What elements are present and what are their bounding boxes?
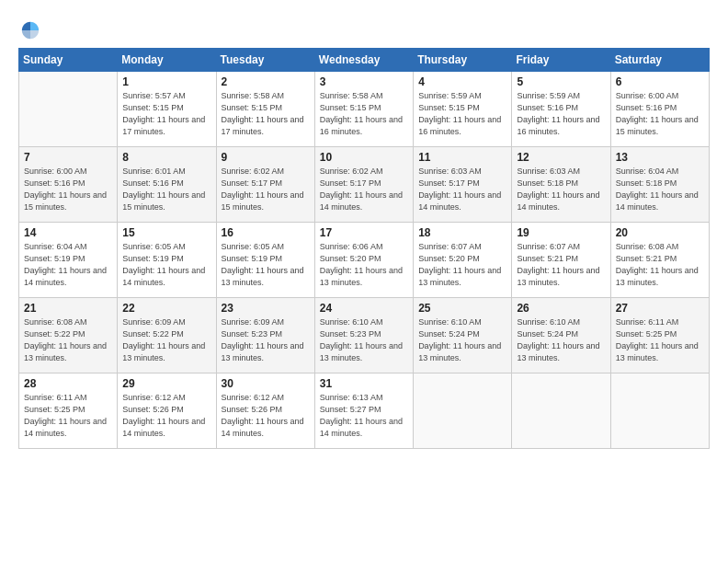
day-info: Sunrise: 6:07 AMSunset: 5:21 PMDaylight:… (517, 241, 605, 289)
calendar-cell: 5Sunrise: 5:59 AMSunset: 5:16 PMDaylight… (512, 72, 610, 147)
day-number: 2 (222, 75, 310, 88)
day-number: 4 (418, 75, 506, 88)
day-info: Sunrise: 5:59 AMSunset: 5:16 PMDaylight:… (517, 90, 605, 138)
calendar-week-row: 28Sunrise: 6:11 AMSunset: 5:25 PMDayligh… (19, 373, 710, 449)
day-info: Sunrise: 5:58 AMSunset: 5:15 PMDaylight:… (320, 90, 408, 138)
calendar-cell: 1Sunrise: 5:57 AMSunset: 5:15 PMDaylight… (118, 72, 216, 147)
calendar-cell (610, 373, 709, 449)
calendar-cell: 15Sunrise: 6:05 AMSunset: 5:19 PMDayligh… (118, 223, 216, 298)
col-header-friday: Friday (512, 49, 610, 72)
day-info: Sunrise: 6:00 AMSunset: 5:16 PMDaylight:… (616, 90, 704, 138)
calendar-week-row: 7Sunrise: 6:00 AMSunset: 5:16 PMDaylight… (19, 147, 710, 223)
calendar-header-row: SundayMondayTuesdayWednesdayThursdayFrid… (19, 49, 710, 72)
calendar-cell: 20Sunrise: 6:08 AMSunset: 5:21 PMDayligh… (610, 223, 709, 298)
day-number: 25 (418, 302, 506, 315)
day-number: 16 (222, 226, 310, 239)
day-info: Sunrise: 6:03 AMSunset: 5:18 PMDaylight:… (517, 166, 605, 213)
day-number: 12 (517, 151, 605, 164)
calendar-cell: 8Sunrise: 6:01 AMSunset: 5:16 PMDaylight… (118, 147, 216, 223)
day-info: Sunrise: 6:09 AMSunset: 5:22 PMDaylight:… (122, 316, 210, 364)
calendar-cell: 30Sunrise: 6:12 AMSunset: 5:26 PMDayligh… (216, 373, 314, 449)
calendar-cell: 11Sunrise: 6:03 AMSunset: 5:17 PMDayligh… (414, 147, 512, 223)
calendar-table: SundayMondayTuesdayWednesdayThursdayFrid… (18, 48, 710, 449)
logo (18, 20, 40, 39)
day-info: Sunrise: 6:02 AMSunset: 5:17 PMDaylight:… (320, 166, 408, 213)
page: SundayMondayTuesdayWednesdayThursdayFrid… (0, 0, 728, 563)
day-info: Sunrise: 6:01 AMSunset: 5:16 PMDaylight:… (122, 166, 210, 213)
calendar-cell: 25Sunrise: 6:10 AMSunset: 5:24 PMDayligh… (414, 298, 512, 373)
day-number: 23 (222, 302, 310, 315)
calendar-cell: 17Sunrise: 6:06 AMSunset: 5:20 PMDayligh… (314, 223, 413, 298)
day-info: Sunrise: 6:08 AMSunset: 5:21 PMDaylight:… (616, 241, 704, 289)
calendar-cell: 16Sunrise: 6:05 AMSunset: 5:19 PMDayligh… (216, 223, 314, 298)
day-number: 13 (616, 151, 704, 164)
col-header-sunday: Sunday (19, 49, 118, 72)
day-number: 14 (24, 226, 112, 239)
day-number: 10 (320, 151, 408, 164)
day-number: 29 (122, 377, 210, 390)
calendar-cell: 6Sunrise: 6:00 AMSunset: 5:16 PMDaylight… (610, 72, 709, 147)
day-number: 3 (320, 75, 408, 88)
calendar-cell: 4Sunrise: 5:59 AMSunset: 5:15 PMDaylight… (414, 72, 512, 147)
day-number: 20 (616, 226, 704, 239)
col-header-saturday: Saturday (610, 49, 709, 72)
calendar-cell: 2Sunrise: 5:58 AMSunset: 5:15 PMDaylight… (216, 72, 314, 147)
col-header-tuesday: Tuesday (216, 49, 314, 72)
calendar-cell: 18Sunrise: 6:07 AMSunset: 5:20 PMDayligh… (414, 223, 512, 298)
day-number: 7 (24, 151, 112, 164)
col-header-thursday: Thursday (414, 49, 512, 72)
day-info: Sunrise: 6:10 AMSunset: 5:23 PMDaylight:… (320, 316, 408, 364)
logo-icon (20, 20, 40, 40)
day-info: Sunrise: 6:07 AMSunset: 5:20 PMDaylight:… (418, 241, 506, 289)
calendar-week-row: 21Sunrise: 6:08 AMSunset: 5:22 PMDayligh… (19, 298, 710, 373)
calendar-cell (19, 72, 118, 147)
day-info: Sunrise: 6:02 AMSunset: 5:17 PMDaylight:… (222, 166, 310, 213)
day-number: 1 (122, 75, 210, 88)
day-info: Sunrise: 6:04 AMSunset: 5:19 PMDaylight:… (24, 241, 112, 289)
day-number: 31 (320, 377, 408, 390)
day-info: Sunrise: 6:10 AMSunset: 5:24 PMDaylight:… (418, 316, 506, 364)
calendar-cell: 31Sunrise: 6:13 AMSunset: 5:27 PMDayligh… (314, 373, 413, 449)
day-info: Sunrise: 5:57 AMSunset: 5:15 PMDaylight:… (122, 90, 210, 138)
day-number: 27 (616, 302, 704, 315)
col-header-wednesday: Wednesday (314, 49, 413, 72)
calendar-cell: 26Sunrise: 6:10 AMSunset: 5:24 PMDayligh… (512, 298, 610, 373)
day-number: 24 (320, 302, 408, 315)
calendar-cell: 28Sunrise: 6:11 AMSunset: 5:25 PMDayligh… (19, 373, 118, 449)
day-info: Sunrise: 6:05 AMSunset: 5:19 PMDaylight:… (222, 241, 310, 289)
day-info: Sunrise: 6:09 AMSunset: 5:23 PMDaylight:… (222, 316, 310, 364)
calendar-cell: 10Sunrise: 6:02 AMSunset: 5:17 PMDayligh… (314, 147, 413, 223)
day-info: Sunrise: 6:05 AMSunset: 5:19 PMDaylight:… (122, 241, 210, 289)
day-number: 17 (320, 226, 408, 239)
header (18, 17, 710, 39)
day-number: 22 (122, 302, 210, 315)
day-number: 11 (418, 151, 506, 164)
day-number: 18 (418, 226, 506, 239)
day-info: Sunrise: 6:03 AMSunset: 5:17 PMDaylight:… (418, 166, 506, 213)
day-number: 26 (517, 302, 605, 315)
day-info: Sunrise: 5:59 AMSunset: 5:15 PMDaylight:… (418, 90, 506, 138)
calendar-cell (414, 373, 512, 449)
calendar-cell: 21Sunrise: 6:08 AMSunset: 5:22 PMDayligh… (19, 298, 118, 373)
day-number: 30 (222, 377, 310, 390)
day-info: Sunrise: 6:12 AMSunset: 5:26 PMDaylight:… (222, 392, 310, 440)
calendar-cell: 7Sunrise: 6:00 AMSunset: 5:16 PMDaylight… (19, 147, 118, 223)
day-number: 28 (24, 377, 112, 390)
calendar-cell: 19Sunrise: 6:07 AMSunset: 5:21 PMDayligh… (512, 223, 610, 298)
calendar-cell: 22Sunrise: 6:09 AMSunset: 5:22 PMDayligh… (118, 298, 216, 373)
day-number: 5 (517, 75, 605, 88)
calendar-cell: 23Sunrise: 6:09 AMSunset: 5:23 PMDayligh… (216, 298, 314, 373)
day-info: Sunrise: 6:11 AMSunset: 5:25 PMDaylight:… (616, 316, 704, 364)
day-info: Sunrise: 6:08 AMSunset: 5:22 PMDaylight:… (24, 316, 112, 364)
calendar-cell: 27Sunrise: 6:11 AMSunset: 5:25 PMDayligh… (610, 298, 709, 373)
calendar-cell: 3Sunrise: 5:58 AMSunset: 5:15 PMDaylight… (314, 72, 413, 147)
day-number: 21 (24, 302, 112, 315)
calendar-cell: 9Sunrise: 6:02 AMSunset: 5:17 PMDaylight… (216, 147, 314, 223)
day-number: 9 (222, 151, 310, 164)
calendar-cell: 13Sunrise: 6:04 AMSunset: 5:18 PMDayligh… (610, 147, 709, 223)
day-info: Sunrise: 6:12 AMSunset: 5:26 PMDaylight:… (122, 392, 210, 440)
day-info: Sunrise: 6:06 AMSunset: 5:20 PMDaylight:… (320, 241, 408, 289)
day-number: 19 (517, 226, 605, 239)
col-header-monday: Monday (118, 49, 216, 72)
calendar-cell (512, 373, 610, 449)
